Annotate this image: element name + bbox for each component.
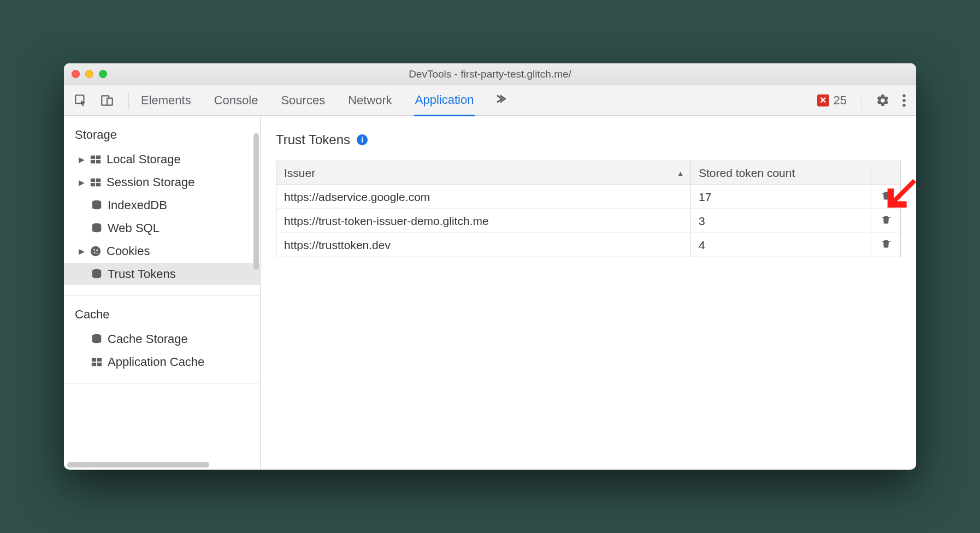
sidebar-item-cache-storage[interactable]: Cache Storage: [64, 328, 260, 350]
svg-rect-23: [92, 358, 96, 362]
sort-asc-icon: ▲: [677, 169, 684, 177]
col-count-label: Stored token count: [699, 167, 795, 179]
page-title-text: Trust Tokens: [276, 132, 350, 147]
svg-rect-25: [92, 363, 96, 366]
sidebar-divider: [64, 383, 260, 383]
svg-rect-2: [107, 98, 113, 105]
panel-body: Storage ▶ Local Storage ▶ Session Storag…: [64, 116, 916, 470]
tree-label: IndexedDB: [108, 198, 167, 212]
svg-point-19: [94, 252, 96, 253]
sidebar-item-local-storage[interactable]: ▶ Local Storage: [64, 149, 260, 170]
svg-point-20: [97, 253, 98, 254]
svg-rect-7: [96, 156, 101, 159]
inspect-element-icon[interactable]: [70, 90, 91, 111]
svg-rect-10: [91, 179, 95, 182]
window-controls: [72, 70, 107, 78]
cell-count: 4: [691, 233, 871, 257]
tab-sources[interactable]: Sources: [280, 86, 326, 115]
svg-rect-12: [91, 183, 95, 186]
trust-tokens-table: Issuer ▲ Stored token count https://adse…: [276, 161, 901, 257]
zoom-window-button[interactable]: [99, 70, 107, 78]
tree-label: Cookies: [107, 244, 150, 258]
disclosure-triangle-icon: ▶: [78, 247, 85, 256]
table-row[interactable]: https://adservice.google.com17: [276, 185, 901, 209]
tab-elements[interactable]: Elements: [140, 86, 192, 115]
sidebar-item-trust-tokens[interactable]: Trust Tokens: [64, 263, 260, 285]
svg-rect-6: [91, 156, 95, 159]
minimize-window-button[interactable]: [85, 70, 93, 78]
settings-icon[interactable]: [872, 90, 893, 111]
application-sidebar: Storage ▶ Local Storage ▶ Session Storag…: [64, 116, 261, 470]
annotation-arrow-icon: [881, 173, 916, 213]
svg-rect-13: [96, 183, 101, 186]
main-content: Trust Tokens i Issuer ▲ Stored token cou…: [261, 116, 916, 470]
tab-console[interactable]: Console: [213, 86, 259, 115]
tree-label: Session Storage: [107, 175, 194, 189]
svg-rect-24: [97, 358, 102, 362]
svg-point-5: [902, 103, 905, 106]
device-toolbar-icon[interactable]: [97, 90, 117, 111]
svg-point-3: [902, 94, 905, 97]
table-icon: [89, 153, 102, 166]
tab-application[interactable]: Application: [414, 85, 475, 116]
cache-group-title: Cache: [64, 305, 260, 327]
toolbar-separator: [128, 92, 129, 109]
tree-label: Application Cache: [108, 355, 204, 369]
svg-rect-11: [96, 179, 101, 182]
panel-tabs: Elements Console Sources Network Applica…: [140, 85, 510, 116]
svg-point-18: [96, 250, 98, 251]
svg-point-4: [902, 99, 905, 102]
cookie-icon: [89, 245, 102, 258]
table-row[interactable]: https://trust-token-issuer-demo.glitch.m…: [276, 209, 901, 233]
devtools-window: DevTools - first-party-test.glitch.me/ E…: [64, 63, 916, 470]
tree-label: Local Storage: [107, 152, 181, 167]
sidebar-item-cookies[interactable]: ▶ Cookies: [64, 240, 260, 262]
cell-issuer: https://trusttoken.dev: [276, 233, 691, 257]
sidebar-item-application-cache[interactable]: Application Cache: [64, 351, 260, 373]
sidebar-vertical-scrollbar[interactable]: [253, 133, 259, 270]
col-issuer[interactable]: Issuer ▲: [276, 161, 691, 185]
svg-rect-9: [96, 160, 101, 163]
info-icon[interactable]: i: [357, 134, 368, 145]
sidebar-item-session-storage[interactable]: ▶ Session Storage: [64, 171, 260, 193]
disclosure-triangle-icon: ▶: [78, 155, 85, 164]
database-icon: [90, 222, 103, 235]
sidebar-divider: [64, 295, 260, 295]
toolbar-separator: [861, 92, 861, 109]
col-issuer-label: Issuer: [284, 167, 315, 179]
svg-point-17: [93, 249, 95, 251]
cell-count: 17: [691, 185, 871, 209]
database-icon: [90, 333, 103, 346]
error-count: 25: [834, 93, 847, 108]
svg-rect-26: [97, 363, 102, 366]
close-window-button[interactable]: [72, 70, 80, 78]
tab-network[interactable]: Network: [347, 86, 393, 115]
error-count-badge[interactable]: ✕ 25: [814, 92, 850, 109]
storage-group-title: Storage: [64, 126, 260, 147]
svg-rect-8: [91, 160, 95, 163]
tree-label: Cache Storage: [108, 332, 188, 346]
devtools-toolbar: Elements Console Sources Network Applica…: [64, 85, 916, 116]
disclosure-triangle-icon: ▶: [78, 178, 85, 187]
table-row[interactable]: https://trusttoken.dev4: [276, 233, 901, 257]
tab-more[interactable]: [495, 85, 510, 116]
window-title: DevTools - first-party-test.glitch.me/: [64, 68, 916, 80]
sidebar-item-indexeddb[interactable]: IndexedDB: [64, 194, 260, 216]
svg-point-16: [91, 246, 101, 256]
kebab-menu-icon[interactable]: [899, 90, 910, 111]
titlebar: DevTools - first-party-test.glitch.me/: [64, 63, 916, 85]
tree-label: Trust Tokens: [108, 267, 176, 281]
cell-issuer: https://trust-token-issuer-demo.glitch.m…: [276, 209, 691, 233]
page-title: Trust Tokens i: [276, 132, 901, 147]
database-icon: [90, 268, 103, 281]
delete-icon[interactable]: [881, 214, 892, 225]
sidebar-horizontal-scrollbar[interactable]: [67, 462, 209, 467]
table-icon: [89, 176, 102, 189]
cell-issuer: https://adservice.google.com: [276, 185, 691, 209]
tree-label: Web SQL: [108, 221, 160, 235]
cell-count: 3: [691, 209, 871, 233]
sidebar-item-websql[interactable]: Web SQL: [64, 217, 260, 239]
error-icon: ✕: [817, 94, 829, 106]
delete-icon[interactable]: [881, 238, 892, 249]
col-count[interactable]: Stored token count: [691, 161, 871, 185]
